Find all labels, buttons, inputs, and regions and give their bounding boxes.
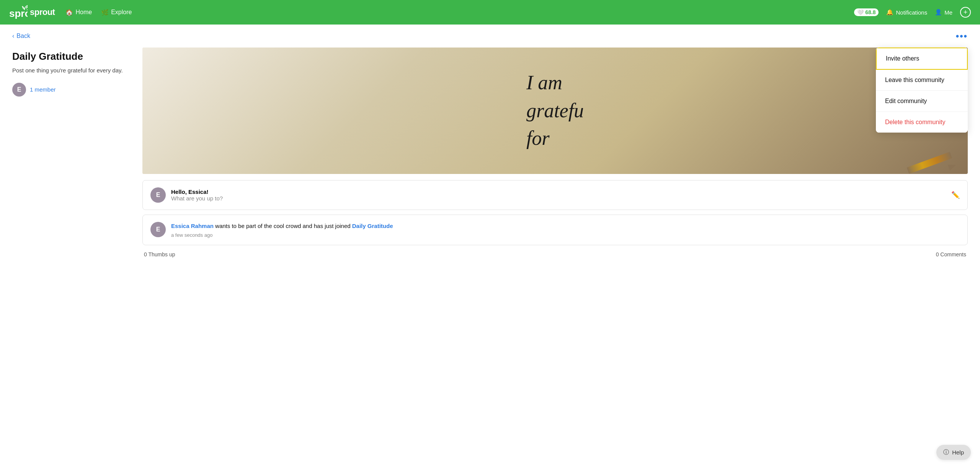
nav-explore-label: Explore: [111, 9, 132, 16]
member-count[interactable]: 1 member: [30, 86, 56, 93]
logo-text: sprout: [30, 7, 55, 17]
post-placeholder[interactable]: What are you up to?: [171, 195, 946, 202]
post-box: E Hello, Essica! What are you up to? ✏️: [142, 180, 968, 210]
add-button[interactable]: +: [960, 7, 971, 18]
thumbs-up-count[interactable]: 0 Thumbs up: [144, 251, 175, 257]
dropdown-menu: Invite others Leave this community Edit …: [876, 48, 968, 133]
content: Daily Gratitude Post one thing you're gr…: [0, 48, 980, 257]
user-icon: 👤: [935, 9, 942, 16]
plus-icon: +: [964, 8, 968, 16]
community-description: Post one thing you're grateful for every…: [12, 66, 130, 75]
pen-decoration: [907, 152, 952, 174]
nav: 🏠 Home 🌿 Explore: [65, 9, 132, 16]
community-image-inner: I amgratefufor: [142, 48, 968, 174]
comments-count[interactable]: 0 Comments: [936, 251, 966, 257]
back-bar: ‹ Back •••: [0, 25, 980, 48]
left-panel: Daily Gratitude Post one thing you're gr…: [12, 48, 142, 257]
community-title: Daily Gratitude: [12, 51, 130, 62]
more-options-button[interactable]: •••: [956, 31, 968, 41]
logo[interactable]: sprout sprout: [9, 5, 55, 20]
activity-item: E Essica Rahman wants to be part of the …: [142, 215, 968, 245]
post-greeting: Hello, Essica!: [171, 189, 946, 195]
header: sprout sprout 🏠 Home 🌿 Explore 🤍 68.8: [0, 0, 980, 25]
activity-time: a few seconds ago: [171, 232, 960, 238]
heart-value: 68.8: [865, 9, 875, 15]
back-label: Back: [16, 33, 30, 39]
me-label: Me: [944, 9, 952, 16]
member-avatar: E: [12, 83, 26, 97]
activity-user-link[interactable]: Essica Rahman: [171, 223, 214, 229]
post-avatar: E: [150, 187, 166, 203]
dropdown-delete-community[interactable]: Delete this community: [876, 112, 968, 133]
bell-icon: 🔔: [886, 9, 893, 16]
nav-explore[interactable]: 🌿 Explore: [101, 9, 132, 16]
post-avatar-img: E: [150, 187, 166, 203]
chevron-left-icon: ‹: [12, 33, 14, 39]
dropdown-edit-community[interactable]: Edit community: [876, 91, 968, 112]
me-button[interactable]: 👤 Me: [935, 9, 952, 16]
activity-community-link[interactable]: Daily Gratitude: [352, 223, 393, 229]
main: ‹ Back ••• Daily Gratitude Post one thin…: [0, 25, 980, 469]
avatar-image: E: [12, 83, 26, 97]
handwriting-overlay: I amgratefufor: [515, 61, 595, 160]
pen-tip: [948, 162, 957, 171]
right-panel: I amgratefufor Invite others Leave this …: [142, 48, 968, 257]
activity-avatar: E: [150, 222, 166, 237]
dropdown-invite-others[interactable]: Invite others: [876, 48, 968, 70]
back-button[interactable]: ‹ Back: [12, 33, 30, 39]
activity-content: Essica Rahman wants to be part of the co…: [171, 222, 960, 238]
header-left: sprout sprout 🏠 Home 🌿 Explore: [9, 5, 132, 20]
community-image: I amgratefufor: [142, 48, 968, 174]
activity-action: wants to be part of the cool crowd and h…: [215, 223, 352, 229]
home-icon: 🏠: [65, 9, 73, 16]
heart-icon: 🤍: [857, 9, 864, 15]
header-right: 🤍 68.8 🔔 Notifications 👤 Me +: [854, 7, 971, 18]
notifications-button[interactable]: 🔔 Notifications: [886, 9, 927, 16]
help-label: Help: [952, 449, 964, 456]
activity-footer: 0 Thumbs up 0 Comments: [142, 251, 968, 257]
notifications-label: Notifications: [896, 9, 927, 16]
nav-home-label: Home: [75, 9, 92, 16]
help-icon: ⓘ: [943, 449, 949, 456]
heart-count[interactable]: 🤍 68.8: [854, 8, 879, 16]
help-button[interactable]: ⓘ Help: [936, 445, 971, 460]
activity-text: Essica Rahman wants to be part of the co…: [171, 222, 960, 231]
edit-post-icon[interactable]: ✏️: [951, 191, 960, 199]
members-row: E 1 member: [12, 83, 130, 97]
dropdown-leave-community[interactable]: Leave this community: [876, 70, 968, 91]
nav-home[interactable]: 🏠 Home: [65, 9, 92, 16]
post-content: Hello, Essica! What are you up to?: [171, 189, 946, 202]
activity-avatar-img: E: [150, 222, 166, 237]
explore-icon: 🌿: [101, 9, 109, 16]
